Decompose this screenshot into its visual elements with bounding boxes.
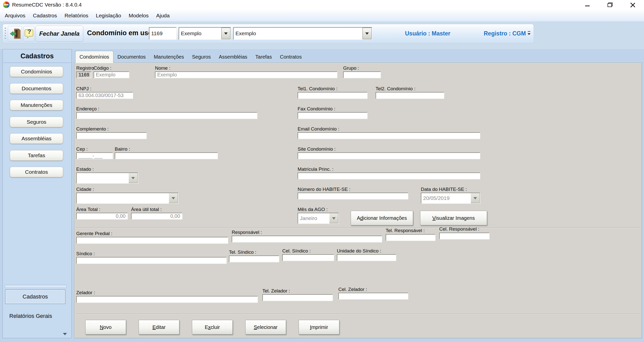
sindico-input[interactable] xyxy=(76,257,227,264)
area-total-input[interactable] xyxy=(76,213,128,220)
habitese-data-combobox[interactable]: 20/05/2019 xyxy=(421,193,480,204)
habitese-data-dropdown-icon[interactable] xyxy=(471,193,480,203)
cidade-dropdown-icon[interactable] xyxy=(169,193,178,203)
tab-seguros[interactable]: Seguros xyxy=(188,51,215,63)
help-button[interactable]: ? xyxy=(23,26,34,41)
tel-zelador-input[interactable] xyxy=(262,294,333,301)
bairro-input[interactable] xyxy=(115,152,218,159)
tel2-input[interactable] xyxy=(376,92,444,99)
sidebar-item-seguros[interactable]: Seguros xyxy=(10,117,63,127)
fechar-janela-button[interactable]: Fechar Janela xyxy=(35,26,83,42)
codigo-input[interactable] xyxy=(94,71,129,78)
mes-ago-dropdown-icon[interactable] xyxy=(329,213,338,223)
restore-button[interactable] xyxy=(599,0,621,10)
habitese-data-value: 20/05/2019 xyxy=(421,193,471,203)
matricula-input[interactable] xyxy=(298,173,480,179)
fax-input[interactable] xyxy=(298,112,368,119)
area-util-input[interactable] xyxy=(131,213,182,220)
exit-button[interactable] xyxy=(8,26,22,41)
menu-item-arquivos[interactable]: Arquivos xyxy=(1,10,29,21)
grupo-input[interactable] xyxy=(343,71,381,78)
toolbar: ? Fechar Janela Condomínio em uso: Exemp… xyxy=(3,24,534,43)
nome-input[interactable] xyxy=(155,71,337,78)
tel-sindico-input[interactable] xyxy=(229,255,279,262)
endereco-input[interactable] xyxy=(76,112,257,119)
sidebar-splitter-handle[interactable] xyxy=(5,285,67,288)
unidade-sindico-input[interactable] xyxy=(337,254,396,261)
gerente-input[interactable] xyxy=(76,237,228,244)
condo-select-long-dropdown-icon[interactable] xyxy=(363,28,372,39)
sidebar-item-tarefas[interactable]: Tarefas xyxy=(10,150,63,161)
tab-manutencoes[interactable]: Manutenções xyxy=(150,51,188,63)
condo-select-long-combobox[interactable]: Exemplo xyxy=(233,27,372,40)
registro-label: Registro xyxy=(76,65,94,71)
endereco-label: Endereço : xyxy=(76,106,99,112)
sidebar-item-documentos[interactable]: Documentos xyxy=(10,83,63,94)
label-part: ditar xyxy=(156,324,166,330)
minimize-button[interactable] xyxy=(576,0,599,10)
fax-label: Fax Condomínio : xyxy=(298,106,335,112)
menu-item-ajuda[interactable]: Ajuda xyxy=(152,10,174,21)
toolbar-overflow-button[interactable] xyxy=(528,31,531,37)
user-label: Usuário : Master xyxy=(405,30,450,37)
adicionar-informacoes-button[interactable]: Adicionar Informações xyxy=(351,211,413,225)
zelador-input[interactable] xyxy=(76,296,258,303)
cel-sindico-label: Cel. Síndico : xyxy=(282,248,311,254)
cel-responsavel-input[interactable] xyxy=(439,233,490,239)
mes-ago-combobox[interactable]: Janeiro xyxy=(298,213,339,224)
tab-condominios[interactable]: Condomínios xyxy=(75,51,113,63)
label-part: d xyxy=(360,215,363,221)
menu-item-cadastros[interactable]: Cadastros xyxy=(29,10,61,21)
tab-contratos[interactable]: Contratos xyxy=(276,51,306,63)
email-input[interactable] xyxy=(298,132,480,139)
close-icon xyxy=(630,2,635,7)
tab-documentos[interactable]: Documentos xyxy=(113,51,150,63)
responsavel-label: Responsável : xyxy=(232,230,262,235)
condo-select-short-combobox[interactable]: Exemplo xyxy=(179,27,231,40)
condo-code-input[interactable] xyxy=(149,27,177,40)
excluir-button[interactable]: Excluir xyxy=(192,320,233,334)
menu-item-relatorios[interactable]: Relatórios xyxy=(61,10,92,21)
editar-button[interactable]: Editar xyxy=(139,320,179,334)
cep-input[interactable] xyxy=(76,152,113,159)
sidebar-item-assembleias[interactable]: Assembléias xyxy=(10,133,63,144)
visualizar-imagens-button[interactable]: Visualizar Imagens xyxy=(420,211,487,225)
close-button[interactable] xyxy=(621,0,644,10)
site-label: Site Condomínio : xyxy=(298,146,336,152)
cidade-label: Cidade : xyxy=(76,187,94,192)
menu-item-legislacao[interactable]: Legislação xyxy=(92,10,125,21)
complemento-input[interactable] xyxy=(76,132,147,139)
registro-field[interactable] xyxy=(76,71,91,78)
sidebar-item-contratos[interactable]: Contratos xyxy=(10,167,63,177)
cel-zelador-input[interactable] xyxy=(338,293,408,300)
novo-button[interactable]: Novo xyxy=(85,320,126,334)
toolbar-grip-handle[interactable] xyxy=(5,28,6,40)
section-divider xyxy=(76,228,640,228)
sidebar-collapse-icon[interactable] xyxy=(63,333,67,337)
responsavel-input[interactable] xyxy=(232,236,382,242)
sidebar-item-manutencoes[interactable]: Manutenções xyxy=(10,100,63,110)
selecionar-button[interactable]: Selecionar xyxy=(245,320,286,334)
cel-sindico-input[interactable] xyxy=(282,254,334,261)
site-input[interactable] xyxy=(298,152,480,159)
matricula-label: Matrícula Princ. : xyxy=(298,166,334,172)
habitese-numero-input[interactable] xyxy=(298,193,408,199)
label-part: elecionar xyxy=(257,324,277,330)
tel-responsavel-input[interactable] xyxy=(386,234,435,241)
zelador-label: Zelador : xyxy=(76,290,95,295)
imprimir-button[interactable]: Imprimir xyxy=(299,320,339,334)
cidade-combobox[interactable] xyxy=(76,193,178,204)
estado-dropdown-icon[interactable] xyxy=(129,173,138,183)
tab-tarefas[interactable]: Tarefas xyxy=(251,51,276,63)
tel1-input[interactable] xyxy=(298,92,368,99)
sidebar-footer-cadastros-button[interactable]: Cadastros xyxy=(5,289,65,304)
cnpj-input[interactable] xyxy=(76,92,133,99)
estado-combobox[interactable] xyxy=(76,173,138,184)
sidebar-item-condominios[interactable]: Condomínios xyxy=(10,66,63,77)
sidebar-footer-relatorios-gerais[interactable]: Relatórios Gerais xyxy=(9,313,52,319)
sindico-label: Síndico : xyxy=(76,251,95,256)
menu-item-modelos[interactable]: Modelos xyxy=(125,10,152,21)
label-part: V xyxy=(432,215,436,221)
tab-assembleias[interactable]: Assembléias xyxy=(215,51,251,63)
condo-select-short-dropdown-icon[interactable] xyxy=(221,28,230,39)
